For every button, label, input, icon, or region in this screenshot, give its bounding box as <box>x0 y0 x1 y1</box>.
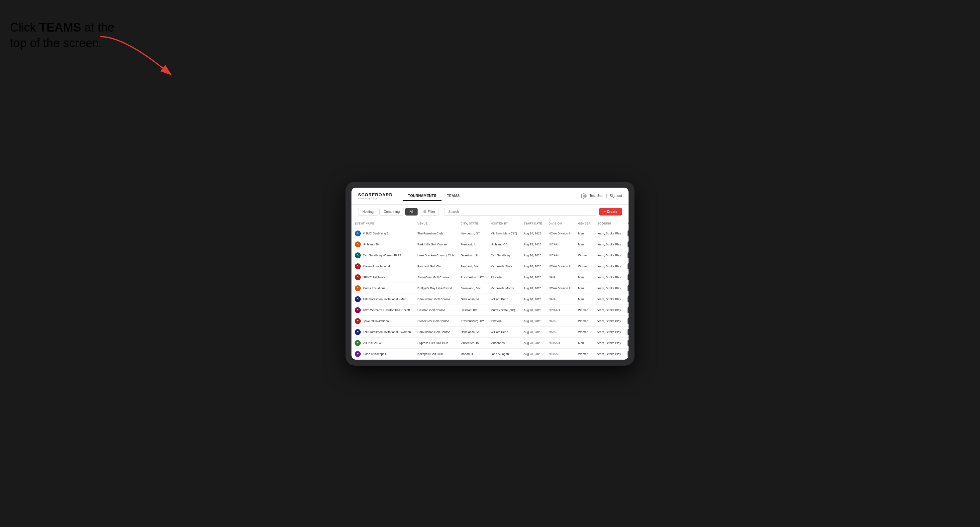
tablet-screen: SCOREBOARD Powered by Clippit TOURNAMENT… <box>352 187 628 360</box>
cell-actions: ✏ Edit <box>624 337 628 348</box>
edit-button[interactable]: ✏ Edit <box>628 318 628 324</box>
cell-city-state: Newburgh, NY <box>457 228 487 239</box>
cell-event-name: ⚑ Fall Statesmen Invitational - Men <box>352 294 414 305</box>
cell-start-date: Aug 28, 2023 <box>520 337 546 348</box>
edit-button[interactable]: ✏ Edit <box>628 340 628 346</box>
edit-button[interactable]: ✏ Edit <box>628 241 628 248</box>
filter-icon-btn[interactable]: ☰ Filter <box>420 208 439 216</box>
filter-btn-group: Hosting Competing All <box>358 208 418 216</box>
cell-actions: ✏ Edit <box>624 271 628 283</box>
cell-division: NAIA <box>546 271 575 283</box>
user-name: Test User <box>589 194 603 198</box>
table-row: ⚑ UPIKE Fall Invite StoneCrest Golf Cour… <box>352 271 628 283</box>
cell-gender: Men <box>575 239 594 250</box>
cell-start-date: Aug 28, 2023 <box>520 283 546 294</box>
header-separator: | <box>606 194 607 198</box>
edit-button[interactable]: ✏ Edit <box>628 351 628 357</box>
cell-scoring: team, Stroke Play <box>594 305 624 316</box>
edit-button[interactable]: ✏ Edit <box>628 285 628 291</box>
edit-button[interactable]: ✏ Edit <box>628 329 628 335</box>
table-row: ⚑ Fall Statesmen Invitational - Women Ed… <box>352 326 628 337</box>
cell-scoring: team, Stroke Play <box>594 294 624 305</box>
nav-tab-tournaments[interactable]: TOURNAMENTS <box>402 191 442 201</box>
event-icon: ⚑ <box>355 264 361 269</box>
cell-city-state: Oskaloosa, IA <box>457 326 487 337</box>
event-name-text: Morris Invitational <box>363 287 387 290</box>
filter-competing-btn[interactable]: Competing <box>379 208 404 216</box>
signout-link[interactable]: Sign out <box>609 194 622 198</box>
cell-actions: ✏ Edit <box>624 261 628 271</box>
cell-start-date: Aug 28, 2023 <box>520 348 546 359</box>
cell-venue: The Powelton Club <box>414 228 457 239</box>
event-icon: ⚑ <box>355 230 361 237</box>
edit-button[interactable]: ✏ Edit <box>628 274 628 280</box>
col-start-date: START DATE <box>520 219 546 228</box>
nav-tab-teams[interactable]: TEAMS <box>442 191 465 201</box>
cell-venue: Faribault Golf Club <box>414 261 457 271</box>
cell-division: NICAA II <box>546 305 575 316</box>
edit-button[interactable]: ✏ Edit <box>628 230 628 237</box>
cell-gender: Women <box>575 326 594 337</box>
filter-hosting-btn[interactable]: Hosting <box>358 208 378 216</box>
cell-division: NICAA II <box>546 337 575 348</box>
table-row: ⚑ Klash at Kokopelli Kokopelli Golf Club… <box>352 348 628 359</box>
cell-actions: ✏ Edit <box>624 294 628 305</box>
event-icon: ⚑ <box>355 307 361 313</box>
cell-event-name: ⚑ MSMC Qualifying 1 <box>352 228 414 239</box>
cell-division: NAIA <box>546 294 575 305</box>
edit-button[interactable]: ✏ Edit <box>628 264 628 269</box>
cell-start-date: Aug 25, 2023 <box>520 239 546 250</box>
cell-hosted-by: John A Logan <box>487 348 520 359</box>
cell-event-name: ⚑ Klash at Kokopelli <box>352 348 414 359</box>
event-name-text: UPIKE Fall Invite <box>363 276 385 279</box>
cell-gender: Men <box>575 228 594 239</box>
table-row: ⚑ Morris Invitational Ruttger's Bay Lake… <box>352 283 628 294</box>
cell-hosted-by: Murray State (OK) <box>487 305 520 316</box>
cell-scoring: team, Stroke Play <box>594 271 624 283</box>
header-right: Test User | Sign out <box>581 193 622 199</box>
cell-city-state: Deerwood, MN <box>457 283 487 294</box>
cell-actions: ✏ Edit <box>624 348 628 359</box>
cell-gender: Men <box>575 283 594 294</box>
cell-division: NICAA I <box>546 239 575 250</box>
cell-start-date: Aug 26, 2023 <box>520 250 546 261</box>
cell-actions: ✏ Edit <box>624 228 628 239</box>
cell-actions: ✏ Edit <box>624 283 628 294</box>
event-name-text: upike fall invitational <box>363 319 390 323</box>
cell-city-state: Galesburg, IL <box>457 250 487 261</box>
app-header: SCOREBOARD Powered by Clippit TOURNAMENT… <box>352 187 628 205</box>
table-row: ⚑ Carl Sandburg Women FA23 Lake Bracken … <box>352 250 628 261</box>
cell-event-name: ⚑ UPIKE Fall Invite <box>352 271 414 283</box>
app-logo: SCOREBOARD <box>358 192 393 197</box>
search-input[interactable] <box>444 208 598 216</box>
event-name-text: Carl Sandburg Women FA23 <box>363 254 401 257</box>
filter-all-btn[interactable]: All <box>405 208 418 216</box>
cell-division: NAIA <box>546 326 575 337</box>
cell-hosted-by: Minnesota-Morris <box>487 283 520 294</box>
edit-button[interactable]: ✏ Edit <box>628 307 628 313</box>
settings-icon[interactable] <box>581 193 587 199</box>
col-gender: GENDER <box>575 219 594 228</box>
cell-event-name: ⚑ 2023 Women's Hesston Fall Kickoff <box>352 305 414 316</box>
toolbar: Hosting Competing All ☰ Filter + Create <box>352 205 628 219</box>
cell-start-date: Aug 28, 2023 <box>520 271 546 283</box>
event-name-text: Klash at Kokopelli <box>363 352 387 356</box>
col-hosted-by: HOSTED BY <box>487 219 520 228</box>
edit-button[interactable]: ✏ Edit <box>628 252 628 258</box>
edit-button[interactable]: ✏ Edit <box>628 296 628 302</box>
cell-gender: Women <box>575 250 594 261</box>
event-icon: ⚑ <box>355 274 361 280</box>
table-row: ⚑ Fall Statesmen Invitational - Men Edmu… <box>352 294 628 305</box>
cell-city-state: Oskaloosa, IA <box>457 294 487 305</box>
col-division: DIVISION <box>546 219 575 228</box>
cell-actions: ✏ Edit <box>624 316 628 326</box>
cell-venue: Lake Bracken Country Club <box>414 250 457 261</box>
create-btn[interactable]: + Create <box>599 208 622 216</box>
svg-point-1 <box>583 195 585 197</box>
instruction-overlay: Click TEAMS at the top of the screen. <box>10 20 114 51</box>
cell-gender: Men <box>575 337 594 348</box>
cell-scoring: team, Stroke Play <box>594 337 624 348</box>
cell-city-state: Faribault, MN <box>457 261 487 271</box>
cell-venue: Ruttger's Bay Lake Resort <box>414 283 457 294</box>
event-name-text: Maverick Invitational <box>363 265 390 268</box>
